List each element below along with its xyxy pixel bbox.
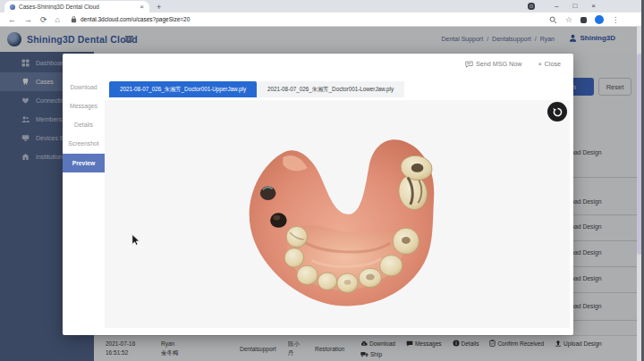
reset-view-button[interactable] [547, 102, 567, 122]
bookmark-star-icon[interactable]: ☆ [565, 15, 572, 24]
new-tab-button[interactable]: + [157, 3, 161, 12]
extension-icon[interactable] [580, 17, 587, 23]
lock-icon [71, 15, 77, 23]
forward-button[interactable]: → [24, 15, 32, 24]
tab-lowerjaw-file[interactable]: 2021-08-07_026_朱湘芳_Doctor001-LowerJaw.pl… [257, 81, 404, 97]
browser-tab[interactable]: Cases-Shining3D Dental Cloud × [4, 1, 149, 13]
case-preview-modal: Send MSG Now × Close Download Messages D… [63, 54, 573, 335]
back-button[interactable]: ← [8, 15, 16, 24]
model-viewer[interactable] [105, 100, 570, 328]
home-button[interactable]: ⌂ [55, 15, 60, 24]
jaw-3d-model[interactable] [237, 130, 456, 313]
rotate-icon [552, 106, 564, 118]
profile-avatar[interactable] [595, 15, 604, 24]
modal-menu-preview[interactable]: Preview [63, 154, 105, 172]
browser-menu-icon[interactable]: ⋮ [612, 16, 619, 24]
mouse-cursor [131, 234, 140, 246]
browser-window: Cases-Shining3D Dental Cloud × + – □ × ←… [0, 0, 644, 361]
modal-menu-details[interactable]: Details [63, 115, 105, 134]
browser-tabstrip: Cases-Shining3D Dental Cloud × + – □ × [0, 0, 644, 13]
send-msg-button[interactable]: Send MSG Now [465, 60, 522, 68]
favicon-icon [10, 4, 15, 10]
tab-close-icon[interactable]: × [140, 4, 144, 11]
window-controls: – □ × [555, 0, 596, 12]
modal-menu-download[interactable]: Download [63, 78, 105, 97]
tab-upperjaw-file[interactable]: 2021-08-07_026_朱湘芳_Doctor001-UpperJaw.pl… [109, 81, 257, 97]
modal-close-button[interactable]: × Close [538, 60, 561, 68]
modal-menu-screenshot[interactable]: Screenshot [63, 134, 105, 153]
url-input[interactable]: dental.3dcloud.com/u/cases?pageSize=20 [80, 16, 190, 22]
search-icon[interactable] [549, 16, 557, 24]
modal-menu-messages[interactable]: Messages [63, 97, 105, 115]
window-close-button[interactable]: × [591, 2, 596, 10]
reload-button[interactable]: ⟳ [40, 15, 47, 24]
maximize-button[interactable]: □ [572, 2, 577, 10]
browser-tab-title: Cases-Shining3D Dental Cloud [19, 4, 136, 10]
address-bar: ← → ⟳ ⌂ dental.3dcloud.com/u/cases?pageS… [0, 13, 644, 27]
close-icon: × [538, 60, 541, 68]
minimize-button[interactable]: – [555, 2, 558, 10]
settings-gear-icon[interactable] [528, 3, 535, 10]
send-msg-icon [465, 61, 473, 68]
